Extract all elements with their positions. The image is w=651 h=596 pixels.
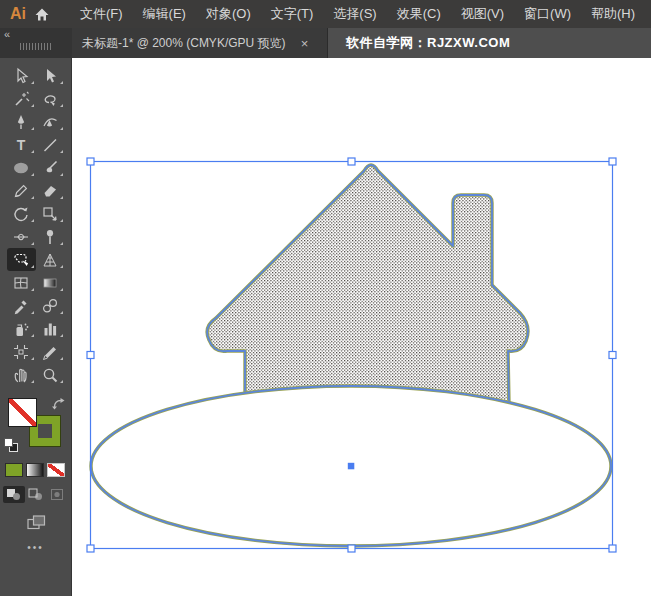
width-tool-icon[interactable]	[7, 225, 36, 248]
menu-view[interactable]: 视图(V)	[451, 0, 514, 28]
menu-select[interactable]: 选择(S)	[323, 0, 386, 28]
edit-toolbar-button[interactable]: •••	[0, 542, 71, 553]
slice-tool-icon[interactable]	[36, 340, 65, 363]
menu-help[interactable]: 帮助(H)	[581, 0, 645, 28]
fill-color-swatch-none[interactable]	[8, 398, 37, 427]
menu: 文件(F) 编辑(E) 对象(O) 文字(T) 选择(S) 效果(C) 视图(V…	[70, 0, 645, 28]
menu-file[interactable]: 文件(F)	[70, 0, 133, 28]
paintbrush-tool-icon[interactable]	[36, 156, 65, 179]
perspective-grid-tool-icon[interactable]	[36, 248, 65, 271]
handle-bottom-center[interactable]	[348, 545, 355, 552]
tool-grid: T	[7, 64, 65, 386]
pen-tool-icon[interactable]	[7, 110, 36, 133]
none-button[interactable]	[47, 463, 65, 477]
change-screen-mode-button[interactable]	[0, 515, 72, 530]
puppet-warp-pin-tool-icon[interactable]	[36, 225, 65, 248]
document-tab-title: 未标题-1* @ 200% (CMYK/GPU 预览)	[72, 35, 286, 52]
panel-grip-handle[interactable]	[20, 43, 52, 50]
tools-panel-header: «	[0, 28, 72, 58]
type-tool-icon[interactable]: T	[7, 133, 36, 156]
fill-stroke-widget	[4, 396, 68, 456]
scale-tool-icon[interactable]	[36, 202, 65, 225]
tab-strip-filler: 软件自学网：RJZXW.COM	[328, 28, 651, 58]
column-graph-tool-icon[interactable]	[36, 317, 65, 340]
blend-tool-icon[interactable]	[36, 294, 65, 317]
gradient-tool-icon[interactable]	[36, 271, 65, 294]
artwork	[72, 58, 651, 596]
handle-bottom-right[interactable]	[609, 545, 616, 552]
menu-edit[interactable]: 编辑(E)	[133, 0, 196, 28]
menu-type[interactable]: 文字(T)	[261, 0, 324, 28]
handle-top-right[interactable]	[609, 158, 616, 165]
eyedropper-tool-icon[interactable]	[7, 294, 36, 317]
swap-fill-stroke-icon[interactable]	[52, 396, 66, 414]
draw-normal-button[interactable]	[3, 486, 25, 503]
draw-behind-button[interactable]	[25, 486, 47, 503]
tools-panel: T	[0, 58, 72, 596]
menubar: Ai 文件(F) 编辑(E) 对象(O) 文字(T) 选择(S) 效果(C) 视…	[0, 0, 651, 28]
default-fill-stroke-icon[interactable]	[4, 438, 18, 452]
eraser-tool-icon[interactable]	[36, 179, 65, 202]
drawing-mode-buttons	[3, 486, 69, 503]
symbol-sprayer-tool-icon[interactable]	[7, 317, 36, 340]
draw-inside-button[interactable]	[47, 486, 69, 503]
ai-logo: Ai	[0, 5, 34, 23]
handle-bottom-left[interactable]	[87, 545, 94, 552]
document-tab[interactable]: 未标题-1* @ 200% (CMYK/GPU 预览) ×	[72, 28, 328, 58]
handle-top-center[interactable]	[348, 158, 355, 165]
artboard-tool-icon[interactable]	[7, 340, 36, 363]
tab-close-icon[interactable]: ×	[296, 36, 314, 51]
pencil-tool-icon[interactable]	[7, 179, 36, 202]
zoom-tool-icon[interactable]	[36, 363, 65, 386]
illustrator-window: Ai 文件(F) 编辑(E) 对象(O) 文字(T) 选择(S) 效果(C) 视…	[0, 0, 651, 596]
handle-middle-right[interactable]	[609, 352, 616, 359]
handle-middle-left[interactable]	[87, 352, 94, 359]
color-button[interactable]	[5, 463, 23, 477]
handle-top-left[interactable]	[87, 158, 94, 165]
line-segment-tool-icon[interactable]	[36, 133, 65, 156]
selection-center-point[interactable]	[348, 463, 355, 470]
magic-wand-tool-icon[interactable]	[7, 87, 36, 110]
selection-tool-icon[interactable]	[7, 64, 36, 87]
site-watermark-text: 软件自学网：RJZXW.COM	[328, 34, 510, 52]
lasso-tool-icon[interactable]	[36, 87, 65, 110]
ellipse-tool-icon[interactable]	[7, 156, 36, 179]
shape-builder-tool-icon[interactable]	[7, 248, 36, 271]
direct-selection-tool-icon[interactable]	[36, 64, 65, 87]
menu-window[interactable]: 窗口(W)	[514, 0, 581, 28]
artboard-canvas[interactable]	[72, 58, 651, 596]
menu-object[interactable]: 对象(O)	[196, 0, 261, 28]
house-shape[interactable]	[207, 165, 528, 404]
home-icon[interactable]	[34, 7, 50, 22]
panel-collapse-icon[interactable]: «	[4, 28, 10, 40]
gradient-button[interactable]	[26, 463, 44, 477]
tab-strip: « 未标题-1* @ 200% (CMYK/GPU 预览) × 软件自学网：RJ…	[0, 28, 651, 58]
curvature-tool-icon[interactable]	[36, 110, 65, 133]
rotate-tool-icon[interactable]	[7, 202, 36, 225]
hand-tool-icon[interactable]	[7, 363, 36, 386]
color-type-buttons	[5, 463, 67, 477]
mesh-tool-icon[interactable]	[7, 271, 36, 294]
menu-effect[interactable]: 效果(C)	[387, 0, 451, 28]
